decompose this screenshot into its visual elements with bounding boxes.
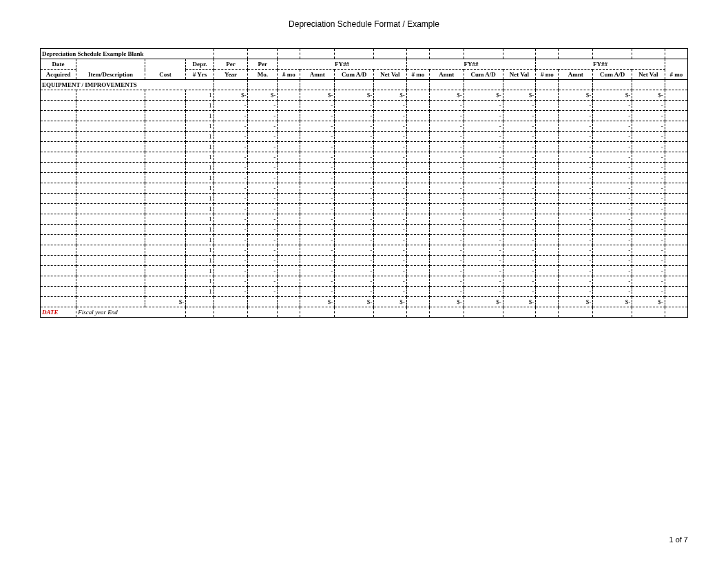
depreciation-table: Depreciation Schedule Example BlankDateD… <box>40 48 688 318</box>
depreciation-sheet: Depreciation Schedule Example BlankDateD… <box>40 48 688 318</box>
col-header: Amnt <box>429 70 464 80</box>
table-row: 1----------- <box>41 142 688 152</box>
table-row: 1----------- <box>41 173 688 183</box>
table-row: 1----------- <box>41 121 688 132</box>
table-row: 1----------- <box>41 163 688 173</box>
col-header: Acquired <box>41 70 76 80</box>
col-header: Cum A/D <box>464 70 503 80</box>
col-header: # mo <box>665 70 687 80</box>
table-row: 1----------- <box>41 111 688 121</box>
sheet-title: Depreciation Schedule Example Blank <box>41 49 214 59</box>
table-row: 1----------- <box>41 101 688 111</box>
col-header: Cum A/D <box>335 70 374 80</box>
col-header: # Yrs <box>186 70 214 80</box>
table-row: 1----------- <box>41 245 688 256</box>
col-header: # mo <box>406 70 429 80</box>
table-row: 1----------- <box>41 194 688 204</box>
col-header: Cost <box>145 70 185 80</box>
table-row: 1----------- <box>41 287 688 297</box>
page-number: 1 of 7 <box>669 535 688 544</box>
footer-fy-end: Fiscal year End <box>78 309 118 316</box>
table-row: 1----------- <box>41 276 688 287</box>
col-header: Net Val <box>503 70 535 80</box>
footer-date-label: DATE <box>42 309 59 316</box>
col-header: # mo <box>536 70 559 80</box>
table-row: 1----------- <box>41 256 688 266</box>
table-row: 1----------- <box>41 266 688 276</box>
section-label: EQUIPMENT / IMPROVEMENTS <box>41 80 214 90</box>
table-row: 1----------- <box>41 152 688 163</box>
table-row: 1----------- <box>41 225 688 235</box>
col-header: Net Val <box>374 70 406 80</box>
col-header: Amnt <box>559 70 593 80</box>
col-header: Amnt <box>300 70 335 80</box>
table-row: 1----------- <box>41 204 688 214</box>
doc-title: Depreciation Schedule Format / Example <box>0 0 728 48</box>
totals-row: $-$-$-$-$-$-$-$-$-$- <box>41 297 688 307</box>
col-header: # mo <box>278 70 300 80</box>
table-row: 1$-$-$-$-$-$-$-$-$-$-$- <box>41 90 688 101</box>
col-header: Net Val <box>632 70 665 80</box>
table-row: 1----------- <box>41 235 688 245</box>
table-row: 1----------- <box>41 132 688 142</box>
col-header: Year <box>214 70 248 80</box>
col-header: Item/Description <box>76 70 145 80</box>
col-header: Mo. <box>248 70 278 80</box>
table-row: 1----------- <box>41 183 688 194</box>
col-header: Cum A/D <box>593 70 632 80</box>
table-row: 1----------- <box>41 214 688 225</box>
